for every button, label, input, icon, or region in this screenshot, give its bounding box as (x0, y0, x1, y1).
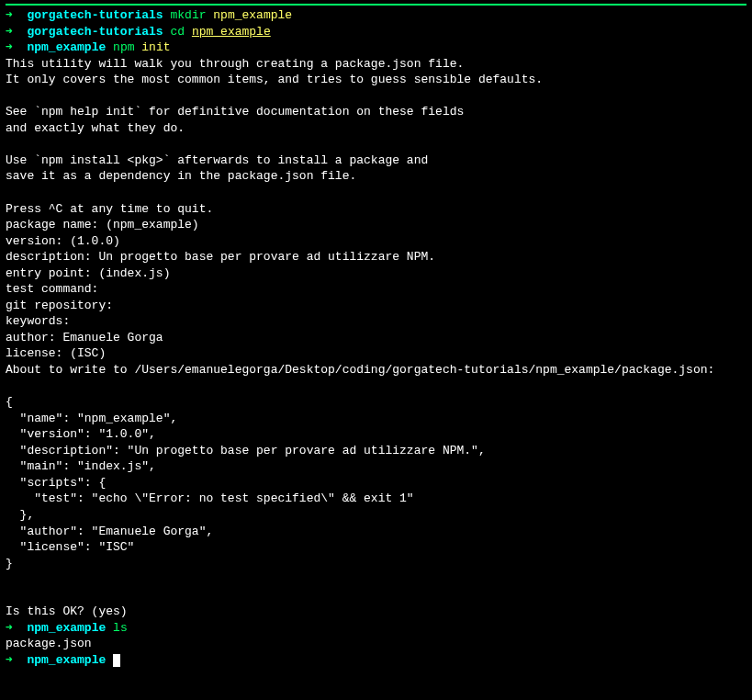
output-line: About to write to /Users/emanuelegorga/D… (6, 362, 746, 378)
json-line: "main": "index.js", (6, 458, 746, 475)
prompt-dir: gorgatech-tutorials (27, 25, 163, 39)
command-arg: npm_example (192, 25, 271, 39)
output-line: entry point: (index.js) (6, 265, 746, 282)
blank-line (6, 378, 746, 395)
json-line: "license": "ISC" (6, 539, 746, 556)
output-line: It only covers the most common items, an… (6, 72, 746, 88)
prompt-line: ➜ npm_example npm init (6, 40, 746, 56)
json-line: "name": "npm_example", (6, 411, 746, 427)
output-line: This utility will walk you through creat… (6, 56, 746, 73)
output-line: version: (1.0.0) (6, 233, 746, 250)
output-line: See `npm help init` for definitive docum… (6, 104, 746, 120)
blank-line (6, 588, 746, 604)
output-line: package.json (6, 636, 746, 652)
output-line: license: (ISC) (6, 345, 746, 362)
command-arg: npm_example (213, 8, 292, 22)
output-line: keywords: (6, 313, 746, 330)
terminal-top-border (6, 4, 746, 6)
output-line: description: Un progetto base per provar… (6, 249, 746, 265)
prompt-line: ➜ gorgatech-tutorials cd npm_example (6, 24, 746, 40)
output-line: test command: (6, 281, 746, 298)
json-line: "description": "Un progetto base per pro… (6, 443, 746, 459)
blank-line (6, 185, 746, 201)
prompt-dir: npm_example (27, 653, 106, 667)
blank-line (6, 88, 746, 105)
prompt-dir: npm_example (27, 40, 106, 54)
command: cd (170, 25, 185, 39)
command: npm (113, 40, 134, 54)
prompt-line: ➜ npm_example ls (6, 620, 746, 637)
prompt-line: ➜ gorgatech-tutorials mkdir npm_example (6, 7, 746, 24)
output-line: Use `npm install <pkg>` afterwards to in… (6, 152, 746, 169)
command-arg: init (141, 40, 170, 54)
prompt-dir: npm_example (27, 621, 106, 635)
prompt-dir: gorgatech-tutorials (27, 8, 163, 22)
json-line: "author": "Emanuele Gorga", (6, 524, 746, 540)
prompt-arrow: ➜ (6, 40, 13, 54)
prompt-line-active[interactable]: ➜ npm_example (6, 652, 746, 669)
blank-line (6, 136, 746, 152)
command: ls (113, 621, 128, 635)
prompt-arrow: ➜ (6, 25, 13, 39)
json-line: } (6, 556, 746, 572)
json-line: "version": "1.0.0", (6, 426, 746, 443)
output-line: Press ^C at any time to quit. (6, 201, 746, 218)
command: mkdir (170, 8, 206, 22)
json-line: "test": "echo \"Error: no test specified… (6, 491, 746, 507)
json-line: }, (6, 507, 746, 524)
output-line: package name: (npm_example) (6, 217, 746, 233)
output-line: Is this OK? (yes) (6, 604, 746, 620)
prompt-arrow: ➜ (6, 653, 13, 667)
terminal-content[interactable]: ➜ gorgatech-tutorials mkdir npm_example … (6, 7, 746, 668)
blank-line (6, 571, 746, 588)
cursor (113, 654, 120, 667)
prompt-arrow: ➜ (6, 8, 13, 22)
output-line: and exactly what they do. (6, 120, 746, 137)
prompt-arrow: ➜ (6, 621, 13, 635)
output-line: save it as a dependency in the package.j… (6, 168, 746, 185)
json-line: { (6, 394, 746, 411)
json-line: "scripts": { (6, 475, 746, 491)
output-line: author: Emanuele Gorga (6, 330, 746, 346)
output-line: git repository: (6, 298, 746, 314)
